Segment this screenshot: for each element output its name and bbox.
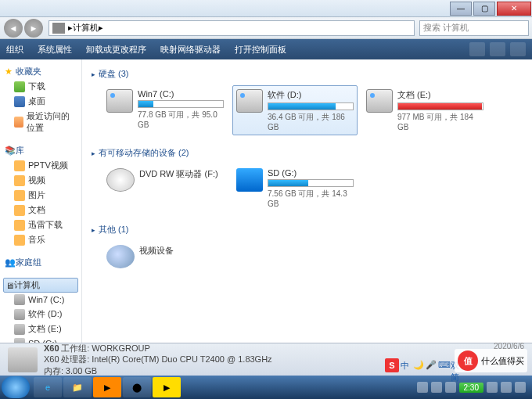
taskbar-explorer[interactable]: 📁 — [63, 377, 92, 397]
uninstall-button[interactable]: 卸载或更改程序 — [86, 44, 146, 56]
watermark-text: 什么值得买 — [481, 355, 524, 367]
ime-icon[interactable]: 🎤 — [426, 360, 437, 371]
sidebar-item-desktop[interactable]: 桌面 — [3, 94, 78, 109]
sidebar-item-xunlei[interactable]: 迅雷下载 — [3, 217, 78, 232]
tray-icon[interactable] — [487, 382, 498, 393]
back-button[interactable]: ◄ — [4, 19, 23, 38]
drive-stats: 77.8 GB 可用，共 95.0 GB — [138, 110, 224, 129]
ime-icon[interactable]: ⌨ — [438, 360, 449, 371]
drive-icon — [14, 294, 25, 305]
folder-icon — [14, 205, 25, 216]
sidebar-item-pictures[interactable]: 图片 — [3, 188, 78, 203]
drive-name: SD (G:) — [268, 168, 354, 178]
tray-icon[interactable] — [417, 382, 428, 393]
help-button[interactable] — [510, 42, 526, 56]
main-area: ★收藏夹 下载 桌面 最近访问的位置 📚 库 PPTV视频 视频 图片 文档 迅… — [0, 59, 532, 343]
watermark: 值 什么值得买 — [455, 349, 527, 372]
drive-name: 视频设备 — [139, 245, 224, 257]
sidebar-item-downloads[interactable]: 下载 — [3, 79, 78, 94]
taskbar-player[interactable]: ▶ — [153, 377, 181, 397]
drive-name: DVD RW 驱动器 (F:) — [139, 168, 224, 180]
folder-icon — [14, 220, 25, 231]
title-bar: — ▢ ✕ — [0, 0, 532, 17]
map-drive-button[interactable]: 映射网络驱动器 — [160, 44, 221, 56]
ime-mode[interactable]: 中 — [401, 360, 412, 371]
tray-volume-icon[interactable] — [515, 382, 526, 393]
section-hdd[interactable]: 硬盘 (3) — [92, 66, 523, 82]
taskbar-chrome[interactable]: ⬤ — [123, 377, 151, 397]
drive-name: 软件 (D:) — [268, 89, 354, 101]
watermark-logo: 值 — [458, 350, 478, 371]
drive-stats: 36.4 GB 可用，共 186 GB — [268, 112, 354, 131]
drive-icon — [14, 324, 25, 335]
sidebar-drive-g[interactable]: SD (G:) — [3, 336, 78, 343]
folder-icon — [14, 175, 25, 186]
section-removable[interactable]: 有可移动存储的设备 (2) — [92, 145, 523, 161]
taskbar-ie[interactable]: e — [34, 377, 62, 397]
clock[interactable]: 2:30 — [459, 383, 483, 393]
taskbar-media[interactable]: ▶ — [93, 377, 121, 397]
nav-bar: ◄ ► ▸ 计算机 ▸ 搜索 计算机 — [0, 17, 532, 39]
drive-item[interactable]: Win7 (C:)77.8 GB 可用，共 95.0 GB — [102, 85, 228, 135]
start-button[interactable] — [2, 376, 30, 398]
drive-name: Win7 (C:) — [138, 89, 224, 99]
close-button[interactable]: ✕ — [497, 2, 531, 16]
drive-stats: 977 MB 可用，共 184 GB — [397, 112, 483, 131]
toolbar: 组织 系统属性 卸载或更改程序 映射网络驱动器 打开控制面板 — [0, 39, 532, 59]
drive-item[interactable]: DVD RW 驱动器 (F:) — [102, 164, 228, 212]
control-panel-button[interactable]: 打开控制面板 — [235, 44, 286, 56]
preview-button[interactable] — [490, 42, 505, 56]
usage-bar — [268, 179, 354, 187]
folder-icon — [14, 190, 25, 201]
address-bar[interactable]: ▸ 计算机 ▸ — [49, 20, 415, 36]
folder-icon — [14, 235, 25, 246]
drive-icon — [236, 168, 263, 192]
sidebar-item-documents[interactable]: 文档 — [3, 203, 78, 217]
properties-button[interactable]: 系统属性 — [38, 44, 72, 56]
computer-large-icon — [8, 347, 38, 372]
favorites-header[interactable]: ★收藏夹 — [3, 64, 78, 79]
view-button[interactable] — [469, 42, 485, 56]
desktop-icon — [14, 96, 25, 107]
drive-item[interactable]: 软件 (D:)36.4 GB 可用，共 186 GB — [232, 85, 358, 135]
address-text: 计算机 — [73, 22, 99, 34]
drive-name: 文档 (E:) — [397, 89, 483, 101]
usage-bar — [397, 102, 483, 110]
star-icon: ★ — [5, 66, 13, 77]
forward-button[interactable]: ► — [24, 19, 43, 38]
section-other[interactable]: 其他 (1) — [92, 221, 523, 238]
sidebar-drive-c[interactable]: Win7 (C:) — [3, 293, 78, 307]
drive-item[interactable]: SD (G:)7.56 GB 可用，共 14.3 GB — [232, 164, 358, 212]
download-icon — [14, 81, 25, 92]
drive-icon — [106, 245, 135, 268]
tray-icon[interactable] — [431, 382, 442, 393]
sidebar-item-recent[interactable]: 最近访问的位置 — [3, 109, 78, 135]
search-input[interactable]: 搜索 计算机 — [419, 20, 529, 36]
drive-icon — [14, 338, 25, 343]
homegroup-header[interactable]: 👥 家庭组 — [3, 255, 78, 270]
ime-logo[interactable]: S — [385, 358, 399, 372]
sidebar: ★收藏夹 下载 桌面 最近访问的位置 📚 库 PPTV视频 视频 图片 文档 迅… — [0, 59, 82, 343]
sidebar-drive-d[interactable]: 软件 (D:) — [3, 307, 78, 322]
drive-icon — [236, 89, 263, 113]
maximize-button[interactable]: ▢ — [473, 2, 495, 16]
minimize-button[interactable]: — — [450, 2, 472, 16]
sidebar-item-music[interactable]: 音乐 — [3, 232, 78, 247]
system-tray: 2:30 — [417, 382, 530, 393]
sidebar-drive-e[interactable]: 文档 (E:) — [3, 322, 78, 336]
drive-item[interactable]: 视频设备 — [102, 241, 228, 272]
usage-bar — [268, 102, 354, 110]
tray-icon[interactable] — [445, 382, 456, 393]
content-pane: 硬盘 (3) Win7 (C:)77.8 GB 可用，共 95.0 GB软件 (… — [82, 59, 532, 343]
libraries-header[interactable]: 📚 库 — [3, 143, 78, 158]
drive-item[interactable]: 文档 (E:)977 MB 可用，共 184 GB — [362, 85, 487, 135]
sidebar-item-pptv[interactable]: PPTV视频 — [3, 158, 78, 173]
drive-icon — [14, 309, 25, 320]
computer-header[interactable]: 🖥 计算机 — [3, 278, 78, 293]
ime-icon[interactable]: 🌙 — [413, 360, 424, 371]
sidebar-item-video[interactable]: 视频 — [3, 173, 78, 188]
folder-icon — [14, 160, 25, 171]
ime-bar: S 中 🌙 🎤 ⌨ 双简 — [385, 358, 462, 372]
organize-button[interactable]: 组织 — [6, 44, 23, 56]
tray-icon[interactable] — [501, 382, 512, 393]
